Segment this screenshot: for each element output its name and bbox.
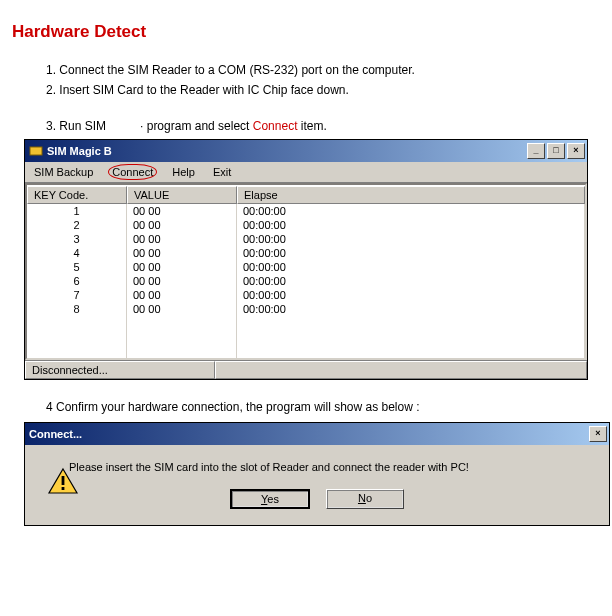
minimize-button[interactable]: _ — [527, 143, 545, 159]
dialog-close-button[interactable]: × — [589, 426, 607, 442]
table-row[interactable] — [27, 316, 585, 330]
statusbar: Disconnected... — [25, 360, 587, 379]
grid-header: KEY Code. VALUE Elapse — [27, 185, 585, 204]
status-text: Disconnected... — [25, 361, 215, 379]
col-elapse-header[interactable]: Elapse — [237, 186, 585, 204]
col-value-header[interactable]: VALUE — [127, 186, 237, 204]
maximize-button[interactable]: □ — [547, 143, 565, 159]
connect-word: Connect — [253, 119, 298, 133]
menu-exit[interactable]: Exit — [210, 165, 234, 179]
step-2: 2. Insert SIM Card to the Reader with IC… — [46, 80, 602, 100]
close-button[interactable]: × — [567, 143, 585, 159]
menu-help[interactable]: Help — [169, 165, 198, 179]
col-key-header[interactable]: KEY Code. — [27, 186, 127, 204]
menubar: SIM Backup Connect Help Exit — [25, 162, 587, 183]
svg-rect-3 — [62, 487, 65, 490]
dialog-title: Connect... — [29, 428, 589, 440]
table-row[interactable]: 100 0000:00:00 — [27, 204, 585, 218]
menu-connect[interactable]: Connect — [108, 164, 157, 180]
svg-rect-0 — [30, 147, 42, 155]
step-3: 3. Run SIM· program and select Connect i… — [46, 119, 602, 133]
menu-sim-backup[interactable]: SIM Backup — [31, 165, 96, 179]
dialog-message: Please insert the SIM card into the slot… — [69, 461, 591, 473]
table-row[interactable]: 500 0000:00:00 — [27, 260, 585, 274]
table-row[interactable]: 200 0000:00:00 — [27, 218, 585, 232]
window-title: SIM Magic B — [47, 145, 527, 157]
table-row[interactable]: 700 0000:00:00 — [27, 288, 585, 302]
step-4: 4 Confirm your hardware connection, the … — [46, 400, 602, 414]
table-row[interactable] — [27, 330, 585, 344]
svg-rect-2 — [62, 476, 65, 485]
table-row[interactable]: 600 0000:00:00 — [27, 274, 585, 288]
connect-dialog: Connect... × Please insert the SIM card … — [24, 422, 610, 526]
yes-button[interactable]: Yes — [230, 489, 310, 509]
table-row[interactable] — [27, 344, 585, 358]
no-button[interactable]: No — [326, 489, 404, 509]
table-row[interactable]: 400 0000:00:00 — [27, 246, 585, 260]
table-row[interactable]: 800 0000:00:00 — [27, 302, 585, 316]
titlebar[interactable]: SIM Magic B _ □ × — [25, 140, 587, 162]
dialog-titlebar[interactable]: Connect... × — [25, 423, 609, 445]
table-row[interactable]: 300 0000:00:00 — [27, 232, 585, 246]
grid: KEY Code. VALUE Elapse 100 0000:00:00 20… — [25, 183, 587, 360]
app-icon — [29, 144, 43, 158]
sim-magic-window: SIM Magic B _ □ × SIM Backup Connect Hel… — [24, 139, 588, 380]
page-title: Hardware Detect — [12, 22, 602, 42]
step-1: 1. Connect the SIM Reader to a COM (RS-2… — [46, 60, 602, 80]
